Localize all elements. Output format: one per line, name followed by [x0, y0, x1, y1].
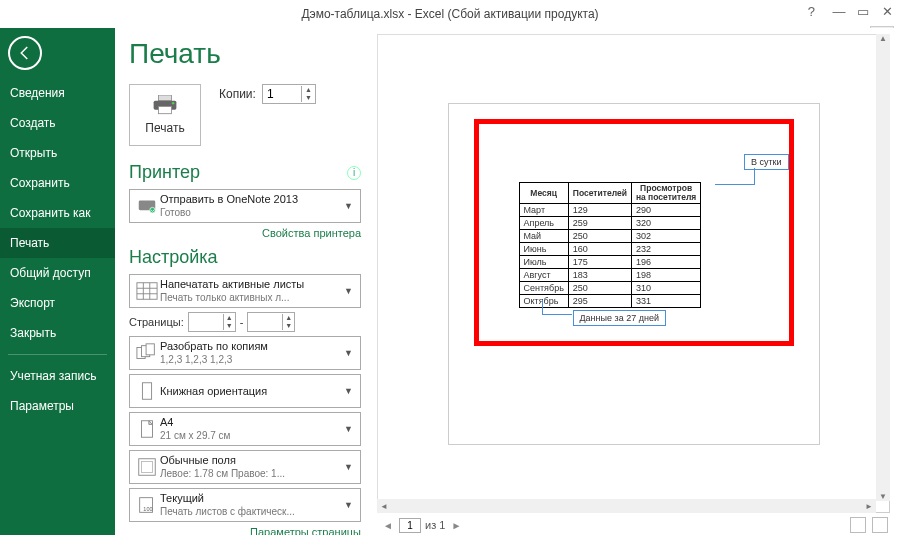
sidebar-item-info[interactable]: Сведения	[0, 78, 115, 108]
next-page-button[interactable]: ►	[449, 518, 463, 532]
printer-status: Готово	[160, 206, 341, 219]
table-row: Май250302	[519, 229, 701, 242]
copies-label: Копии:	[219, 87, 256, 101]
copies-spinner[interactable]: ▲▼	[262, 84, 316, 104]
svg-rect-1	[159, 95, 172, 101]
print-settings-pane: Печать Печать Копии: ▲▼ Принтер	[115, 28, 375, 535]
page-title: Печать	[129, 38, 361, 70]
callout-daily: В сутки	[744, 154, 789, 170]
svg-rect-14	[146, 344, 154, 355]
sidebar-item-options[interactable]: Параметры	[0, 391, 115, 421]
chevron-down-icon: ▼	[341, 201, 356, 211]
table-row: Июнь160232	[519, 242, 701, 255]
printer-select[interactable]: Отправить в OneNote 2013 Готово ▼	[129, 189, 361, 223]
pages-label: Страницы:	[129, 316, 184, 328]
paper-size-select[interactable]: A421 см x 29.7 см ▼	[129, 412, 361, 446]
print-button-label: Печать	[145, 121, 184, 135]
callout-27days: Данные за 27 дней	[573, 310, 666, 326]
margins-select[interactable]: Обычные поляЛевое: 1.78 см Правое: 1... …	[129, 450, 361, 484]
margins-icon	[134, 457, 160, 477]
page-from-input[interactable]	[189, 316, 223, 328]
print-what-select[interactable]: Напечатать активные листыПечать только а…	[129, 274, 361, 308]
sidebar-item-open[interactable]: Открыть	[0, 138, 115, 168]
copies-down-icon[interactable]: ▼	[302, 94, 315, 102]
svg-rect-15	[142, 383, 151, 400]
printer-properties-link[interactable]: Свойства принтера	[129, 227, 361, 239]
print-preview-pane: В сутки МесяцПосетителейПросмотровна пос…	[375, 28, 900, 535]
svg-text:100: 100	[143, 506, 152, 512]
page-number-input[interactable]	[399, 518, 421, 533]
sidebar-item-account[interactable]: Учетная запись	[0, 361, 115, 391]
svg-rect-3	[159, 106, 172, 113]
chevron-down-icon: ▼	[341, 424, 356, 434]
help-icon[interactable]: ?	[808, 4, 815, 19]
page-to-input[interactable]	[248, 316, 282, 328]
sheets-icon	[134, 281, 160, 301]
minimize-icon[interactable]: ―	[832, 4, 846, 18]
printer-name: Отправить в OneNote 2013	[160, 193, 341, 206]
sidebar-item-export[interactable]: Экспорт	[0, 288, 115, 318]
back-button[interactable]	[8, 36, 42, 70]
table-row: Октябрь295331	[519, 294, 701, 307]
close-icon[interactable]: ✕	[880, 4, 894, 18]
chevron-down-icon: ▼	[341, 286, 356, 296]
sidebar-item-close[interactable]: Закрыть	[0, 318, 115, 348]
printer-info-icon[interactable]: i	[347, 166, 361, 180]
chevron-down-icon: ▼	[341, 348, 356, 358]
svg-point-6	[150, 207, 156, 213]
chevron-down-icon: ▼	[341, 386, 356, 396]
paper-icon	[134, 419, 160, 439]
printer-heading: Принтер	[129, 162, 200, 183]
preview-vscroll[interactable]: ▲▼	[876, 34, 890, 501]
restore-icon[interactable]: ▭	[856, 4, 870, 18]
sidebar-item-print[interactable]: Печать	[0, 228, 115, 258]
copies-input[interactable]	[263, 87, 301, 101]
sidebar-item-share[interactable]: Общий доступ	[0, 258, 115, 288]
collate-select[interactable]: Разобрать по копиям1,2,3 1,2,3 1,2,3 ▼	[129, 336, 361, 370]
scaling-icon: 100	[134, 495, 160, 515]
data-table: МесяцПосетителейПросмотровна посетителя …	[519, 182, 702, 308]
preview-hscroll[interactable]: ◄►	[377, 499, 876, 513]
page-setup-link[interactable]: Параметры страницы	[129, 526, 361, 535]
backstage-sidebar: Сведения Создать Открыть Сохранить Сохра…	[0, 28, 115, 535]
table-row: Июль175196	[519, 255, 701, 268]
title-bar: Дэмо-таблица.xlsx - Excel (Сбой активаци…	[0, 0, 900, 28]
show-margins-button[interactable]	[850, 517, 866, 533]
table-row: Апрель259320	[519, 216, 701, 229]
printer-device-icon	[134, 196, 160, 216]
sidebar-item-new[interactable]: Создать	[0, 108, 115, 138]
page-to-spinner[interactable]: ▲▼	[247, 312, 295, 332]
page-of-label: из 1	[425, 519, 445, 531]
chevron-down-icon: ▼	[341, 500, 356, 510]
table-row: Март129290	[519, 203, 701, 216]
table-row: Август183198	[519, 268, 701, 281]
preview-page: В сутки МесяцПосетителейПросмотровна пос…	[449, 104, 819, 444]
collate-icon	[134, 343, 160, 363]
chevron-down-icon: ▼	[341, 462, 356, 472]
page-from-spinner[interactable]: ▲▼	[188, 312, 236, 332]
sidebar-item-save[interactable]: Сохранить	[0, 168, 115, 198]
copies-up-icon[interactable]: ▲	[302, 86, 315, 94]
print-button[interactable]: Печать	[129, 84, 201, 146]
zoom-page-button[interactable]	[872, 517, 888, 533]
preview-canvas: В сутки МесяцПосетителейПросмотровна пос…	[377, 34, 890, 513]
sidebar-item-saveas[interactable]: Сохранить как	[0, 198, 115, 228]
prev-page-button[interactable]: ◄	[381, 518, 395, 532]
table-row: Сентябрь250310	[519, 281, 701, 294]
portrait-icon	[134, 381, 160, 401]
orientation-select[interactable]: Книжная ориентация ▼	[129, 374, 361, 408]
scaling-select[interactable]: 100 ТекущийПечать листов с фактическ... …	[129, 488, 361, 522]
settings-heading: Настройка	[129, 247, 218, 268]
window-title: Дэмо-таблица.xlsx - Excel (Сбой активаци…	[301, 7, 598, 21]
svg-rect-7	[137, 283, 157, 300]
svg-point-4	[172, 102, 174, 104]
printer-icon	[152, 95, 178, 115]
